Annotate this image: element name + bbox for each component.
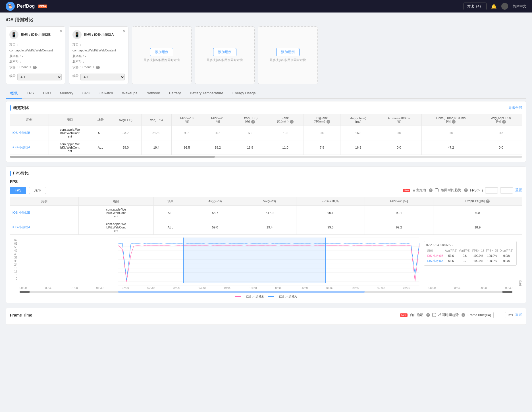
case-header-1: 📱 用例：iOS-小游戏B (9, 30, 62, 39)
trend-info[interactable]: ? (464, 188, 468, 192)
th-case: 用例 (10, 114, 49, 126)
free-drag-label: 自由拖动 (412, 188, 426, 193)
fps-val2-input[interactable]: 25 (500, 187, 513, 193)
avg-cpu-info-icon[interactable]: ? (502, 120, 506, 124)
ft-frame-unit: ms (508, 313, 513, 317)
legend-item-b: — iOS-小游戏B (235, 295, 264, 299)
case-close-2[interactable]: ✕ (122, 29, 126, 34)
case-scene-select-2[interactable]: ALL (80, 74, 125, 80)
ft-free-drag-info[interactable]: ? (426, 313, 430, 317)
jank-info-icon[interactable]: ? (290, 120, 294, 124)
td-fps25-2: 99.2 (202, 140, 233, 155)
table-row: iOS-小游戏B com.apple.WebKit.WebContent ALL… (10, 126, 522, 140)
tab-energy[interactable]: Energy Usage (228, 89, 260, 99)
tab-battery-temp[interactable]: Battery Temperature (185, 89, 228, 99)
ft-reset-button[interactable]: 重置 (515, 313, 522, 317)
fps-td-project-2: com.apple.WebKit.WebContent (78, 220, 153, 234)
td-scene-2: ALL (91, 140, 110, 155)
add-case-button-3[interactable]: 添加用例 (276, 48, 300, 56)
new-badge-fps: New (403, 189, 410, 192)
delta-ftime-info-icon[interactable]: ? (452, 120, 456, 124)
td-jank-2: 11.0 (267, 140, 304, 155)
frame-time-controls: New 自由拖动 ? 相同时间趋势 ? FrameTime(>=) 100 ms… (400, 312, 522, 318)
case-title-1: 用例：iOS-小游戏B (21, 32, 51, 37)
free-drag-info[interactable]: ? (429, 188, 433, 192)
table-scrollbar[interactable] (10, 156, 522, 158)
overview-table-scroll[interactable]: 用例 项目 场景 Avg(FPS) Var(FPS) FPS>=18[%] FP… (10, 114, 522, 158)
fps-chart-wrapper: 67 61 55 49 43 37 30 24 18 12 6 0 (10, 238, 522, 293)
ft-trend-checkbox[interactable] (432, 313, 436, 317)
chart-scroll-left-handle[interactable] (20, 291, 30, 293)
tab-battery[interactable]: Battery (165, 89, 185, 99)
app-logo: 🐕 PerfDog BETA (6, 2, 47, 11)
fps-val1-input[interactable]: 18 (485, 187, 498, 193)
fps-drop-info[interactable]: ? (486, 199, 490, 203)
ft-trend-label: 相同时间趋势 (438, 313, 459, 317)
fps-table-header-row: 用例 项目 场景 Avg(FPS) Var(FPS) FPS>=18[%] FP… (10, 197, 522, 205)
tooltip-table: 用例 Avg(FPS) Var(FPS) FPS>=18 FPS>=25 Dro… (426, 248, 514, 264)
device-info-icon-2[interactable]: ? (96, 66, 100, 69)
case-title-2: 用例：iOS-小游戏A (84, 32, 114, 37)
chart-scroll-right-handle[interactable] (502, 291, 512, 293)
tab-network[interactable]: Network (142, 89, 165, 99)
ft-frame-val-input[interactable]: 100 (493, 312, 506, 318)
case-version-num-1: - (22, 60, 23, 63)
bigjank-info-icon[interactable]: ? (327, 120, 330, 124)
device-info-icon-1[interactable]: ? (33, 66, 37, 69)
lang-button[interactable]: 简体中文 (513, 4, 526, 9)
td-avg-ftime-1: 16.8 (340, 126, 376, 140)
td-drop-fps-1: 6.0 (233, 126, 267, 140)
add-case-button-1[interactable]: 添加用例 (150, 48, 173, 56)
overview-table: 用例 项目 场景 Avg(FPS) Var(FPS) FPS>=18[%] FP… (10, 114, 522, 155)
th-ftime100: FTime>=100ms[%] (376, 114, 422, 126)
app-name: PerfDog (17, 4, 35, 9)
case-device-2: iPhone X (82, 65, 95, 69)
add-case-button-2[interactable]: 添加用例 (213, 48, 236, 56)
case-scene-label-2: 场景 (72, 74, 79, 78)
fps-right-controls: New 自由拖动 ? 相同时间趋势 ? FPS(>=) 18 25 重置 (403, 187, 522, 193)
case-info-2: 项目：com.apple.WebKit.WebContent 版本名：- 版本号… (72, 42, 125, 70)
add-case-card-2: 添加用例 最多支持5条用例同时对比 (195, 26, 255, 84)
fps-reset-button[interactable]: 重置 (515, 188, 522, 193)
tab-overview[interactable]: 概览 (6, 89, 22, 99)
bell-icon[interactable]: 🔔 (491, 4, 497, 9)
drop-fps-info-icon[interactable]: ? (251, 120, 255, 124)
fps-td-avg-2: 59.0 (187, 220, 243, 234)
tab-gpu[interactable]: GPU (78, 89, 95, 99)
chart-scrollbar[interactable] (20, 291, 512, 293)
trend-checkbox[interactable] (435, 188, 439, 192)
case-scene-label-1: 场景 (9, 74, 16, 78)
chart-selection[interactable] (184, 238, 326, 283)
user-avatar[interactable] (501, 3, 508, 10)
tab-cpu[interactable]: CPU (38, 89, 55, 99)
case-card-2: ✕ 📱 用例：iOS-小游戏A 项目：com.apple.WebKit.WebC… (69, 26, 128, 84)
fps-seg-fps[interactable]: FPS (10, 187, 26, 194)
compare-button[interactable]: 对比（4） (464, 3, 487, 10)
case-scene-select-1[interactable]: ALL (17, 74, 62, 80)
fps-table: 用例 项目 场景 Avg(FPS) Var(FPS) FPS>=18[%] FP… (10, 197, 522, 235)
table-row: iOS-小游戏B com.apple.WebKit.WebContent ALL… (10, 205, 522, 220)
td-avg-cpu-2: 0.0 (480, 140, 522, 155)
td-drop-fps-2: 18.9 (233, 140, 267, 155)
fps-th-drop: Drop(FPS)[/h] ? (433, 197, 522, 205)
beta-badge: BETA (38, 5, 47, 8)
add-case-card-1: 添加用例 最多支持5条用例同时对比 (132, 26, 192, 84)
case-close-1[interactable]: ✕ (59, 29, 63, 34)
fps-td-fps25-2: 99.2 (365, 220, 433, 234)
td-jank-1: 1.0 (267, 126, 304, 140)
td-bigjank-1: 0.0 (304, 126, 340, 140)
th-delta-ftime: Delta(FTime)>100ms[/h] ? (422, 114, 480, 126)
tab-memory[interactable]: Memory (55, 89, 78, 99)
fps-seg-jank[interactable]: Jank (29, 187, 46, 194)
tab-cswitch[interactable]: CSwitch (95, 89, 118, 99)
export-button[interactable]: 导出全部 (508, 105, 522, 110)
chart-scroll-thumb[interactable] (118, 291, 365, 293)
fps-chart-legend: — iOS-小游戏B — iOS-小游戏A (10, 295, 522, 299)
tooltip-header-row: 用例 Avg(FPS) Var(FPS) FPS>=18 FPS>=25 Dro… (426, 248, 514, 253)
tab-fps[interactable]: FPS (22, 89, 38, 99)
th-avg-ftime: Avg(FTime)[ms] (340, 114, 376, 126)
ft-trend-info[interactable]: ? (462, 313, 465, 317)
legend-dot-a (268, 296, 274, 297)
fps-th-case: 用例 (10, 197, 79, 205)
tab-wakeups[interactable]: Wakeups (118, 89, 142, 99)
